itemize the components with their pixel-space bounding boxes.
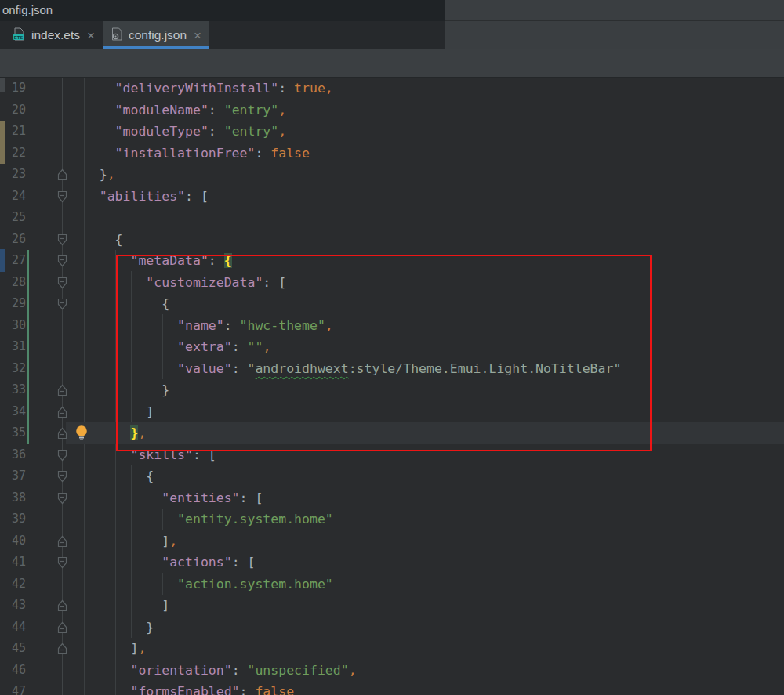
code-line[interactable]: 38 "entities": [ <box>0 487 784 509</box>
code-line[interactable]: 40 ], <box>0 530 784 552</box>
line-number[interactable]: 36 <box>0 444 26 466</box>
line-number[interactable]: 30 <box>0 315 26 337</box>
code-line[interactable]: 25 <box>0 207 784 229</box>
code-line[interactable]: 42 "action.system.home" <box>0 574 784 595</box>
fold-region-end-icon[interactable] <box>56 599 68 612</box>
code-text: "skills": [ <box>68 444 216 466</box>
fold-region-end-icon[interactable] <box>56 168 68 181</box>
fold-region-start-icon[interactable] <box>56 298 68 310</box>
code-token: { <box>115 232 123 247</box>
line-number[interactable]: 39 <box>0 509 26 530</box>
code-line[interactable]: 43 ] <box>0 595 784 617</box>
code-line[interactable]: 39 "entity.system.home" <box>0 509 784 530</box>
line-number[interactable]: 20 <box>0 100 26 121</box>
code-token: "hwc-theme" <box>240 318 325 333</box>
line-number[interactable]: 44 <box>0 617 26 639</box>
fold-region-start-icon[interactable] <box>56 449 68 462</box>
code-line[interactable]: 30 "name": "hwc-theme", <box>0 315 784 337</box>
close-tab-icon[interactable]: × <box>194 29 201 42</box>
fold-region-start-icon[interactable] <box>56 470 68 483</box>
code-line[interactable]: 35 }, <box>0 422 784 444</box>
tab-bar-right-panel <box>445 21 784 49</box>
fold-region-start-icon[interactable] <box>56 556 68 569</box>
line-number[interactable]: 27 <box>0 250 26 272</box>
code-line[interactable]: 45 ], <box>0 638 784 660</box>
line-number[interactable]: 33 <box>0 379 26 401</box>
line-number[interactable]: 34 <box>0 401 26 423</box>
code-line[interactable]: 46 "orientation": "unspecified", <box>0 660 784 682</box>
code-text: "metaData": { <box>68 250 232 272</box>
code-line[interactable]: 24 "abilities": [ <box>0 186 784 208</box>
code-token: , <box>169 534 177 548</box>
code-token: "skills" <box>130 447 192 462</box>
code-line[interactable]: 23 }, <box>0 164 784 186</box>
code-token: , <box>325 318 333 333</box>
code-line[interactable]: 41 "actions": [ <box>0 552 784 574</box>
fold-region-end-icon[interactable] <box>56 427 68 440</box>
breadcrumb[interactable]: onfig.json <box>2 0 53 21</box>
line-number[interactable]: 45 <box>0 638 26 660</box>
line-number[interactable]: 42 <box>0 574 26 595</box>
code-editor[interactable]: 19 "deliveryWithInstall": true,20 "modul… <box>0 78 784 695</box>
line-number[interactable]: 19 <box>0 78 26 100</box>
line-number[interactable]: 37 <box>0 465 26 487</box>
code-token: "formsEnabled" <box>130 684 239 695</box>
line-number[interactable]: 43 <box>0 595 26 617</box>
line-number[interactable]: 31 <box>0 336 26 358</box>
code-token: ] <box>130 641 138 656</box>
code-line[interactable]: 34 ] <box>0 401 784 423</box>
line-number[interactable]: 22 <box>0 143 26 165</box>
fold-region-end-icon[interactable] <box>56 621 68 634</box>
code-token: { <box>146 469 154 483</box>
code-text: "deliveryWithInstall": true, <box>68 78 333 100</box>
code-line[interactable]: 29 { <box>0 293 784 315</box>
line-number[interactable]: 32 <box>0 358 26 380</box>
line-number[interactable]: 25 <box>0 207 26 229</box>
line-number[interactable]: 46 <box>0 660 26 682</box>
code-line[interactable]: 21 "moduleType": "entry", <box>0 121 784 143</box>
code-line[interactable]: 44 } <box>0 617 784 639</box>
fold-region-start-icon[interactable] <box>56 233 68 246</box>
line-number[interactable]: 26 <box>0 229 26 251</box>
code-line[interactable]: 36 "skills": [ <box>0 444 784 466</box>
code-text: ] <box>68 595 169 617</box>
code-line[interactable]: 47 "formsEnabled": false <box>0 681 784 695</box>
line-number[interactable]: 24 <box>0 186 26 208</box>
code-line[interactable]: 32 "value": "androidhwext:style/Theme.Em… <box>0 358 784 380</box>
line-number[interactable]: 40 <box>0 530 26 552</box>
code-line[interactable]: 26 { <box>0 229 784 251</box>
fold-region-end-icon[interactable] <box>56 384 68 396</box>
code-token: , <box>278 124 286 139</box>
code-line[interactable]: 19 "deliveryWithInstall": true, <box>0 78 784 100</box>
fold-region-start-icon[interactable] <box>56 492 68 505</box>
code-line[interactable]: 31 "extra": "", <box>0 336 784 358</box>
line-number[interactable]: 41 <box>0 552 26 574</box>
line-number[interactable]: 47 <box>0 681 26 695</box>
code-line[interactable]: 27 "metaData": { <box>0 250 784 272</box>
code-token: " <box>248 361 256 376</box>
line-number[interactable]: 28 <box>0 272 26 294</box>
code-line[interactable]: 20 "moduleName": "entry", <box>0 100 784 121</box>
line-number[interactable]: 29 <box>0 293 26 315</box>
line-number[interactable]: 38 <box>0 487 26 509</box>
line-number[interactable]: 21 <box>0 121 26 143</box>
line-number[interactable]: 35 <box>0 422 26 444</box>
fold-region-start-icon[interactable] <box>56 277 68 289</box>
code-text: }, <box>68 164 115 186</box>
ide-window: onfig.json ETS index.ets × <box>0 0 784 695</box>
code-line[interactable]: 28 "customizeData": [ <box>0 272 784 294</box>
fold-region-start-icon[interactable] <box>56 255 68 267</box>
fold-region-end-icon[interactable] <box>56 643 68 655</box>
code-token: : <box>232 361 248 376</box>
code-line[interactable]: 33 } <box>0 379 784 401</box>
code-line[interactable]: 22 "installationFree": false <box>0 143 784 165</box>
fold-region-end-icon[interactable] <box>56 535 68 548</box>
code-token: } <box>130 425 138 440</box>
close-tab-icon[interactable]: × <box>87 29 95 42</box>
code-line[interactable]: 37 { <box>0 465 784 487</box>
line-number[interactable]: 23 <box>0 164 26 186</box>
tab-index-ets[interactable]: ETS index.ets × <box>5 21 103 49</box>
fold-region-start-icon[interactable] <box>56 190 68 203</box>
fold-region-end-icon[interactable] <box>56 406 68 418</box>
tab-config-json[interactable]: config.json × <box>103 21 209 49</box>
